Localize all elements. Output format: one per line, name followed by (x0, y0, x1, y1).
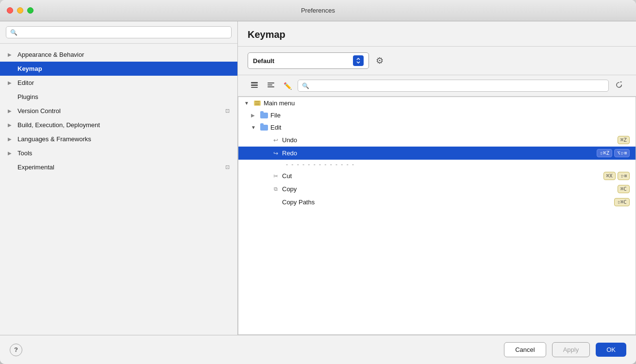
traffic-lights (7, 7, 33, 14)
tree-shortcuts: ⇧⌘C (614, 198, 630, 206)
main-content: 🔍 ▶ Appearance & Behavior Keymap ▶ Edito… (0, 21, 636, 335)
tree-item-label: Undo (282, 136, 616, 144)
title-bar: Preferences (0, 0, 636, 21)
panel-header: Keymap (238, 21, 636, 47)
maximize-button[interactable] (27, 7, 33, 14)
sidebar-item-appearance[interactable]: ▶ Appearance & Behavior (0, 48, 237, 62)
key-badge: ⌘X (603, 172, 616, 180)
sidebar-item-languages[interactable]: ▶ Languages & Frameworks (0, 132, 237, 146)
cut-icon: ✂ (271, 173, 280, 180)
right-panel: Keymap Default ⚙ (238, 21, 636, 335)
tree-item-main-menu[interactable]: ▼ Main menu (238, 97, 636, 109)
sidebar-search-input[interactable] (20, 29, 227, 36)
help-button[interactable]: ? (10, 344, 22, 356)
sidebar-item-editor[interactable]: ▶ Editor (0, 76, 237, 90)
tree-item-label: Cut (282, 172, 602, 180)
keymap-dropdown-label: Default (253, 57, 349, 65)
edit-shortcut-button[interactable]: ✏️ (281, 80, 295, 92)
sidebar-item-build[interactable]: ▶ Build, Execution, Deployment (0, 118, 237, 132)
sidebar-nav-list: ▶ Appearance & Behavior Keymap ▶ Editor … (0, 44, 237, 335)
tree-item-label: Edit (270, 124, 628, 131)
sidebar-item-label: Build, Execution, Deployment (17, 121, 230, 129)
cancel-button[interactable]: Cancel (504, 342, 546, 357)
close-button[interactable] (7, 7, 13, 14)
tree-shortcuts: ⌘Z (618, 136, 630, 144)
tree-item-cut[interactable]: ✂ Cut ⌘X ⇧⌫ (238, 169, 636, 182)
tree-item-label: Redo (282, 149, 595, 157)
sidebar-item-label: Plugins (17, 93, 230, 100)
undo-icon: ↩ (271, 137, 280, 144)
tree-item-copy-paths[interactable]: Copy Paths ⇧⌘C (238, 196, 636, 209)
svg-rect-0 (251, 82, 258, 83)
sidebar-item-plugins[interactable]: Plugins (0, 90, 237, 104)
sidebar-item-label: Editor (17, 79, 230, 86)
tree-item-copy[interactable]: ⧉ Copy ⌘C (238, 182, 636, 196)
expand-arrow-icon: ▶ (251, 113, 258, 118)
sidebar-search-icon: 🔍 (10, 29, 17, 36)
ok-button[interactable]: OK (596, 343, 626, 357)
sidebar-item-tools[interactable]: ▶ Tools (0, 146, 237, 160)
sidebar-item-label: Languages & Frameworks (17, 135, 230, 143)
copy-icon: ⧉ (271, 186, 280, 193)
tree-item-label: File (270, 112, 628, 119)
expand-arrow-icon: ▶ (8, 108, 14, 114)
sidebar-item-label: Keymap (17, 65, 230, 72)
minimize-button[interactable] (17, 7, 23, 14)
key-badge: ⇧⌘C (614, 198, 630, 206)
sidebar-item-keymap[interactable]: Keymap (0, 62, 237, 76)
tree-shortcuts: ⌘X ⇧⌫ (603, 172, 630, 180)
svg-rect-4 (268, 84, 272, 85)
menu-icon (253, 100, 262, 107)
dropdown-arrow-icon (353, 55, 364, 66)
toolbar-search-icon: 🔍 (302, 83, 309, 89)
tree-item-label: Copy Paths (282, 199, 612, 206)
expand-arrow-icon: ▶ (8, 80, 14, 85)
expand-arrow-icon: ▶ (8, 136, 14, 142)
keymap-tree: ▼ Main menu ▶ (238, 97, 636, 335)
tree-shortcuts: ⌘C (618, 185, 630, 193)
no-icon (271, 199, 280, 206)
tree-item-label: Main menu (264, 99, 628, 107)
svg-rect-3 (268, 83, 274, 83)
restore-defaults-button[interactable] (612, 79, 626, 92)
sidebar-search-wrapper[interactable]: 🔍 (6, 26, 232, 38)
tree-item-undo[interactable]: ↩ Undo ⌘Z (238, 133, 636, 147)
expand-arrow-icon: ▶ (8, 122, 14, 128)
key-badge: ⌘C (618, 185, 630, 193)
key-badge: ⇧⌘Z (597, 149, 612, 157)
collapse-arrow-icon: ▼ (244, 100, 251, 106)
tree-item-redo[interactable]: ↪ Redo ⇧⌘Z ⌥⇧⌫ (238, 147, 636, 160)
keymap-dropdown[interactable]: Default (248, 52, 369, 69)
svg-rect-2 (251, 87, 258, 88)
toolbar-search-wrapper[interactable]: 🔍 (298, 80, 609, 92)
sidebar-item-label: Version Control (17, 107, 221, 115)
gear-button[interactable]: ⚙ (374, 53, 385, 68)
apply-button[interactable]: Apply (552, 342, 590, 357)
sidebar-item-label: Tools (17, 149, 230, 157)
tree-item-label: Copy (282, 185, 616, 193)
expand-arrow-icon: ▶ (8, 150, 14, 156)
sidebar: 🔍 ▶ Appearance & Behavior Keymap ▶ Edito… (0, 21, 238, 335)
collapse-all-button[interactable] (264, 80, 278, 92)
tree-shortcuts: ⇧⌘Z ⌥⇧⌫ (597, 149, 630, 157)
svg-rect-1 (251, 84, 258, 86)
sidebar-badge-icon: ⊡ (225, 108, 230, 114)
window-title: Preferences (301, 7, 335, 14)
expand-all-button[interactable] (248, 80, 261, 92)
key-badge: ⌥⇧⌫ (614, 149, 630, 157)
sidebar-item-experimental[interactable]: Experimental ⊡ (0, 160, 237, 174)
toolbar-search-input[interactable] (312, 82, 604, 89)
page-title: Keymap (248, 29, 626, 40)
preferences-window: Preferences 🔍 ▶ Appearance & Behavior Ke… (0, 0, 636, 364)
sidebar-item-version-control[interactable]: ▶ Version Control ⊡ (0, 104, 237, 118)
collapse-arrow-icon: ▼ (251, 125, 258, 130)
expand-arrow-icon: ▶ (8, 52, 14, 57)
tree-item-edit[interactable]: ▼ Edit (238, 121, 636, 133)
keymap-toolbar: ✏️ 🔍 (238, 75, 636, 97)
sidebar-search-bar: 🔍 (0, 21, 237, 44)
footer: ? Cancel Apply OK (0, 335, 636, 364)
sidebar-item-label: Experimental (17, 164, 221, 171)
tree-item-file[interactable]: ▶ File (238, 109, 636, 121)
folder-icon (260, 124, 268, 131)
folder-icon (260, 112, 268, 119)
